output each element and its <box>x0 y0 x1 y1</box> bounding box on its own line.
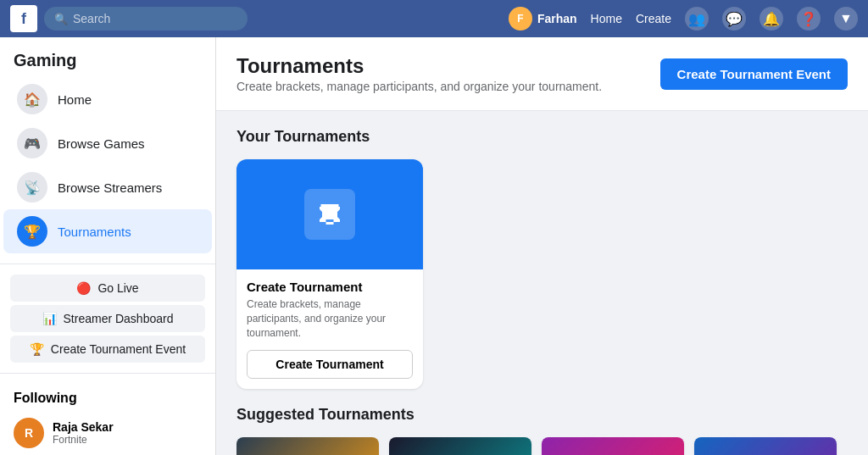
suggested-card[interactable]: 🎮 TOURNAMENT ENDED #PlayApartTogether We… <box>236 437 379 455</box>
tournaments-header: Tournaments Create brackets, manage part… <box>216 37 868 111</box>
create-tournament-event-label: Create Tournament Event <box>51 342 186 356</box>
search-icon: 🔍 <box>54 13 68 25</box>
go-live-icon: 🔴 <box>76 281 91 295</box>
tournaments-icon: 🏆 <box>17 216 47 247</box>
create-tournament-card[interactable]: Create Tournament Create brackets, manag… <box>236 159 423 389</box>
following-game: Fortnite <box>53 434 114 446</box>
sidebar-divider <box>0 264 215 264</box>
card-image <box>236 159 423 269</box>
suggested-card[interactable]: ⚽ HAPPENING NOW 1 Play Pro Club Challeng… <box>389 437 531 455</box>
following-section: Following R Raja Sekar Fortnite G GTA Se… <box>0 384 215 455</box>
streamers-icon: 📡 <box>17 172 47 203</box>
page-subtitle: Create brackets, manage participants, an… <box>236 80 602 93</box>
your-tournaments-section-title: Your Tournaments <box>236 128 848 146</box>
streamer-dashboard-button[interactable]: 📊 Streamer Dashboard <box>10 305 205 332</box>
facebook-logo: f <box>10 5 37 32</box>
trophy-icon: 🏆 <box>30 342 44 356</box>
chevron-down-icon[interactable]: ▼ <box>834 7 858 31</box>
main-layout: Gaming 🏠 Home 🎮 Browse Games 📡 Browse St… <box>0 37 868 455</box>
card-title: Create Tournament <box>247 280 413 294</box>
following-name: Raja Sekar <box>53 420 114 434</box>
card-body: Create Tournament Create brackets, manag… <box>236 269 423 389</box>
avatar: F <box>509 7 532 31</box>
create-tournament-event-button[interactable]: 🏆 Create Tournament Event <box>10 336 205 363</box>
home-icon: 🏠 <box>17 84 47 114</box>
card-image: ⚽ HAPPENING NOW <box>389 437 531 455</box>
sidebar-item-label: Home <box>58 92 92 107</box>
main-content: Tournaments Create brackets, manage part… <box>216 37 868 455</box>
top-nav: f 🔍 F Farhan Home Create 👥 💬 🔔 ❓ ▼ <box>0 0 868 37</box>
sidebar-item-browse-games[interactable]: 🎮 Browse Games <box>3 121 212 165</box>
bell-icon[interactable]: 🔔 <box>760 7 783 31</box>
suggested-cards-container: 🎮 TOURNAMENT ENDED #PlayApartTogether We… <box>236 437 848 455</box>
card-bg: ⚔️ <box>694 437 837 455</box>
suggested-tournaments-section: Suggested Tournaments 🎮 TOURNAMENT ENDED… <box>236 406 848 455</box>
sidebar-item-home[interactable]: 🏠 Home <box>3 77 212 121</box>
user-name: Farhan <box>537 12 577 25</box>
help-icon[interactable]: ❓ <box>797 7 821 31</box>
page-title: Tournaments <box>236 54 602 78</box>
sidebar-item-label: Tournaments <box>58 225 131 239</box>
card-image: 🎮 TOURNAMENT ENDED <box>236 437 379 455</box>
messenger-icon[interactable]: 💬 <box>722 7 746 31</box>
following-title: Following <box>14 391 202 406</box>
people-icon[interactable]: 👥 <box>685 7 709 31</box>
card-description: Create brackets, manage participants, an… <box>247 297 413 340</box>
card-image: ⚔️ SAT, APR 25 AT 3:30 AM <box>694 437 837 455</box>
content-body: Your Tournaments Create Tournament Creat… <box>216 111 868 455</box>
sidebar-item-label: Browse Streamers <box>58 180 162 195</box>
sidebar-item-tournaments[interactable]: 🏆 Tournaments <box>3 209 212 253</box>
card-bg: ⚽ <box>389 437 531 455</box>
tournament-card-icon <box>304 189 355 240</box>
following-item[interactable]: R Raja Sekar Fortnite <box>14 413 202 453</box>
games-icon: 🎮 <box>17 128 47 158</box>
sidebar: Gaming 🏠 Home 🎮 Browse Games 📡 Browse St… <box>0 37 216 455</box>
nav-home-link[interactable]: Home <box>591 12 622 25</box>
tournaments-title-section: Tournaments Create brackets, manage part… <box>236 54 602 93</box>
following-info: Raja Sekar Fortnite <box>53 420 114 446</box>
card-image: 🔥 THU, APR 23 AT 4:30 AM <box>542 437 684 455</box>
card-bg: 🔥 <box>542 437 684 455</box>
streamer-dashboard-label: Streamer Dashboard <box>64 312 174 325</box>
search-bar[interactable]: 🔍 <box>44 7 248 31</box>
sidebar-item-label: Browse Games <box>58 136 145 151</box>
sidebar-divider-2 <box>0 373 215 374</box>
sidebar-section-title: Gaming <box>0 51 215 77</box>
create-tournament-header-button[interactable]: Create Tournament Event <box>660 58 848 90</box>
card-bg: 🎮 <box>236 437 379 455</box>
nav-user[interactable]: F Farhan <box>509 7 577 31</box>
go-live-label: Go Live <box>97 281 138 295</box>
nav-create-link[interactable]: Create <box>636 12 671 25</box>
suggested-card[interactable]: ⚔️ SAT, APR 25 AT 3:30 AM MOBILE LEGENDS… <box>694 437 837 455</box>
suggested-card[interactable]: 🔥 THU, APR 23 AT 4:30 AM FREE FIRE - #Ju… <box>542 437 684 455</box>
suggested-section-title: Suggested Tournaments <box>236 406 848 424</box>
search-input[interactable] <box>73 12 237 25</box>
sidebar-item-browse-streamers[interactable]: 📡 Browse Streamers <box>3 165 212 209</box>
dashboard-icon: 📊 <box>42 312 57 325</box>
avatar: R <box>14 418 44 448</box>
go-live-button[interactable]: 🔴 Go Live <box>10 275 205 302</box>
create-tournament-card-button[interactable]: Create Tournament <box>247 350 413 379</box>
nav-right: F Farhan Home Create 👥 💬 🔔 ❓ ▼ <box>509 7 858 31</box>
